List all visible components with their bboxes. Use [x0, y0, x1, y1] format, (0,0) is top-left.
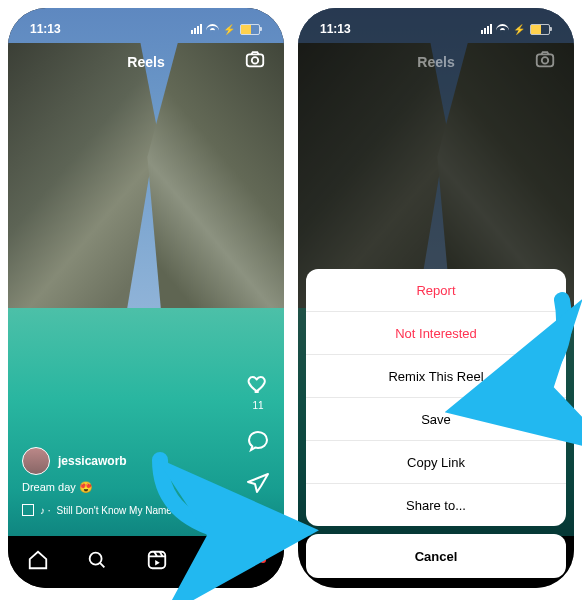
sheet-share-to[interactable]: Share to... [306, 483, 566, 526]
sheet-copy-link[interactable]: Copy Link [306, 440, 566, 483]
battery-icon [240, 24, 262, 35]
camera-icon [534, 48, 556, 70]
status-bar: 11:13 ⚡ [298, 18, 574, 40]
svg-point-2 [90, 553, 102, 565]
status-time: 11:13 [30, 22, 61, 36]
svg-rect-5 [537, 54, 554, 66]
camera-icon[interactable] [244, 48, 266, 70]
charging-icon: ⚡ [513, 24, 525, 35]
cellular-icon [191, 24, 202, 34]
wifi-icon [496, 24, 509, 34]
like-icon[interactable] [246, 372, 270, 396]
sheet-cancel[interactable]: Cancel [306, 534, 566, 578]
avatar[interactable] [22, 447, 50, 475]
svg-point-6 [542, 57, 548, 63]
annotation-arrow [130, 445, 280, 569]
like-count: 11 [252, 400, 263, 411]
battery-icon [530, 24, 552, 35]
svg-rect-0 [247, 54, 264, 66]
cellular-icon [481, 24, 492, 34]
reels-header: Reels [8, 48, 284, 76]
nav-search[interactable] [86, 549, 108, 575]
page-title: Reels [127, 54, 164, 70]
wifi-icon [206, 24, 219, 34]
nav-home[interactable] [27, 549, 49, 575]
status-bar: 11:13 ⚡ [8, 18, 284, 40]
status-time: 11:13 [320, 22, 351, 36]
reels-header: Reels [298, 48, 574, 76]
charging-icon: ⚡ [223, 24, 235, 35]
audio-icon [22, 504, 34, 516]
annotation-arrow [472, 290, 582, 424]
username[interactable]: jessicaworb [58, 454, 127, 468]
page-title: Reels [417, 54, 454, 70]
svg-point-1 [252, 57, 258, 63]
